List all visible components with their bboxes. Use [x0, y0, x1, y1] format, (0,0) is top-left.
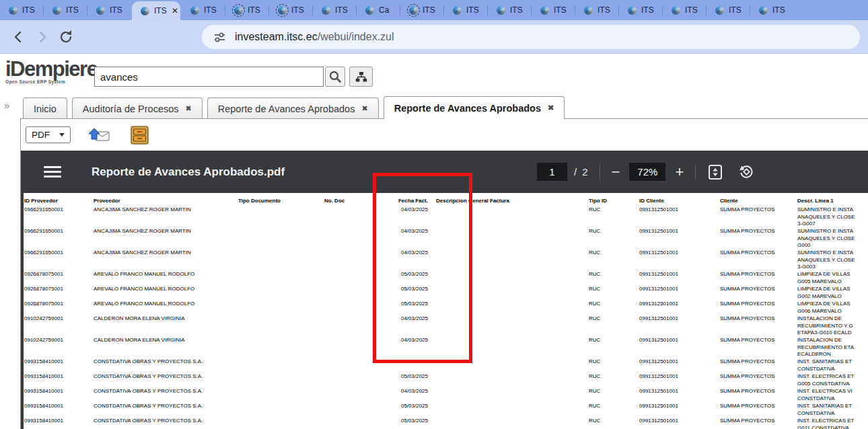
cell-tipo-id: RUC: [589, 286, 639, 301]
pdf-title: Reporte de Avances Aprobados.pdf: [92, 165, 285, 179]
cell-descr-linea: LIMPIEZA DE VILLASG005 MAREVALO: [797, 271, 868, 286]
cell-fecha-fact: 04/03/2025: [382, 337, 431, 358]
table-row: 0910242759001CALDERON MORA ELENA VIRGINI…: [24, 315, 868, 337]
reload-icon[interactable]: [58, 29, 74, 45]
browser-tab[interactable]: ITS: [444, 0, 487, 20]
cell-id-proveedor: 0926878075001: [24, 286, 94, 301]
browser-tab[interactable]: ITS: [575, 0, 618, 20]
its-logo-icon: [9, 6, 17, 15]
browser-tab[interactable]: ITS: [619, 0, 662, 20]
expand-west-panel-icon[interactable]: »: [4, 100, 9, 111]
cell-cliente: SUMMA PROYECTOS: [720, 301, 797, 315]
cell-descr-linea: SUMINISTRO E INSTAANAQUELES Y CLOSE3-G00…: [797, 206, 868, 228]
cell-fecha-fact: 04/03/2025: [382, 388, 431, 403]
app-tab-2[interactable]: Reporte de Avances Aprobados✖: [207, 98, 379, 119]
browser-tab[interactable]: ITS: [750, 0, 793, 20]
search-button[interactable]: [325, 67, 345, 87]
pdf-viewer: Reporte de Avances Aprobados.pdf 1 / 2 −…: [21, 151, 868, 429]
cell-fecha-fact: 04/03/2025: [382, 315, 431, 337]
sitemap-icon: [355, 71, 367, 83]
row-spacer: [431, 418, 436, 429]
cell-cliente: SUMMA PROYECTOS: [720, 358, 797, 373]
browser-tab[interactable]: ITS: [663, 0, 706, 20]
cell-tipo-id: RUC: [589, 206, 639, 228]
cell-descripcion-general: [436, 228, 589, 249]
browser-tab[interactable]: ITS: [87, 0, 131, 20]
browser-tab-label: ITS: [154, 6, 168, 15]
browser-tab-label: ITS: [291, 5, 305, 15]
browser-tab[interactable]: ITS: [707, 0, 750, 20]
its-logo-icon: [365, 6, 374, 15]
browser-tab[interactable]: ITS: [225, 0, 268, 20]
its-logo-icon: [497, 6, 505, 15]
zoom-out-button[interactable]: −: [612, 165, 620, 179]
site-settings-icon[interactable]: [214, 32, 225, 43]
browser-tab[interactable]: Ca: [357, 0, 400, 20]
cell-descr-linea: INST. ELECTRICAS ETG011 CONSTDATIVA: [797, 418, 868, 429]
its-logo-icon: [453, 6, 462, 15]
browser-tab[interactable]: ITS: [313, 0, 356, 20]
zoom-level[interactable]: 72%: [629, 163, 665, 181]
menu-tree-button[interactable]: [349, 67, 373, 87]
close-tab-icon[interactable]: ✖: [361, 104, 367, 113]
cell-fecha-fact: 04/03/2025: [382, 206, 431, 228]
rotate-icon[interactable]: [738, 163, 755, 180]
archive-button[interactable]: [131, 126, 149, 145]
cell-id-cliente: 0991312501001: [639, 301, 720, 315]
export-format-select[interactable]: PDF: [26, 126, 71, 143]
descr-line: RECUBRIMIENTO Y G: [797, 323, 868, 330]
table-row: 0993158410001CONSTDATIVA OBRAS Y PROYECT…: [24, 373, 868, 388]
descr-line: G011 CONSTDATIVA: [797, 425, 868, 429]
export-format-value: PDF: [32, 130, 50, 140]
descr-line: INST. SANITARIAS ET: [797, 403, 868, 410]
close-tab-icon[interactable]: ✖: [186, 104, 192, 113]
browser-tab[interactable]: ITS: [269, 0, 312, 20]
zoom-in-button[interactable]: +: [675, 165, 684, 179]
cell-no-doc: [324, 271, 382, 286]
app-tab-1[interactable]: Auditoría de Procesos✖: [72, 98, 203, 119]
pdf-page: ID ProveedorProveedorTipo DocumentoNo. D…: [24, 193, 868, 429]
column-header: ID Proveedor: [24, 198, 94, 204]
descr-line: 3-G007: [797, 221, 868, 228]
idempiere-logo: iDempiere Open Source ERP System: [5, 59, 93, 84]
app-tab-0[interactable]: Inicio: [23, 98, 67, 119]
column-header: Proveedor: [94, 198, 238, 204]
cell-tipo-id: RUC: [589, 358, 639, 373]
send-mail-button[interactable]: [88, 126, 110, 144]
close-tab-icon[interactable]: ✖: [548, 104, 554, 112]
fit-page-icon[interactable]: [707, 164, 723, 180]
browser-tab[interactable]: ITS: [0, 0, 43, 20]
cell-proveedor: CONSTDATIVA OBRAS Y PROYECTOS S.A.: [94, 373, 238, 388]
cell-fecha-fact: 05/03/2025: [382, 358, 431, 373]
cell-tipo-documento: [238, 301, 324, 315]
cell-proveedor: ANCAJIMA SANCHEZ ROGER MARTIN: [94, 228, 238, 249]
descr-line: INSTALACION DE: [797, 337, 868, 344]
browser-tab[interactable]: ITS: [400, 0, 443, 20]
browser-tab[interactable]: ITS: [182, 0, 225, 20]
its-logo-icon: [409, 6, 418, 15]
url-text[interactable]: investeam.itsc.ec/webui/index.zul: [235, 31, 394, 43]
cell-id-proveedor: 0966291650001: [24, 206, 94, 228]
cell-id-proveedor: 0910242759001: [24, 337, 94, 358]
cell-tipo-id: RUC: [589, 301, 639, 315]
browser-tab[interactable]: ITS: [488, 0, 531, 20]
table-row: 0966291650001ANCAJIMA SANCHEZ ROGER MART…: [24, 228, 868, 249]
cell-no-doc: [324, 337, 382, 358]
its-logo-icon: [759, 6, 768, 15]
descr-line: G002 MAREVALO: [797, 293, 868, 301]
browser-tab[interactable]: ITS: [532, 0, 575, 20]
menu-icon[interactable]: [44, 163, 61, 180]
page-number-input[interactable]: 1: [537, 163, 567, 181]
close-icon[interactable]: ✕: [172, 6, 178, 15]
browser-tab[interactable]: ITS✕: [132, 1, 180, 20]
forward-icon[interactable]: [34, 29, 50, 45]
column-header: Descripcion General Factura: [436, 198, 589, 204]
cell-proveedor: CALDERON MORA ELENA VIRGINIA: [94, 315, 238, 337]
address-pill[interactable]: investeam.itsc.ec/webui/index.zul: [202, 25, 860, 49]
cell-proveedor: CONSTDATIVA OBRAS Y PROYECTOS S.A.: [94, 418, 238, 429]
back-icon[interactable]: [11, 29, 27, 45]
search-input[interactable]: [94, 67, 324, 87]
cell-descr-linea: INSTALACION DERECUBRIMIENTO Y GETAPA3-G0…: [797, 315, 868, 337]
app-tab-3[interactable]: Reporte de Avances Aprobados✖: [384, 96, 565, 119]
browser-tab[interactable]: ITS: [44, 0, 87, 20]
